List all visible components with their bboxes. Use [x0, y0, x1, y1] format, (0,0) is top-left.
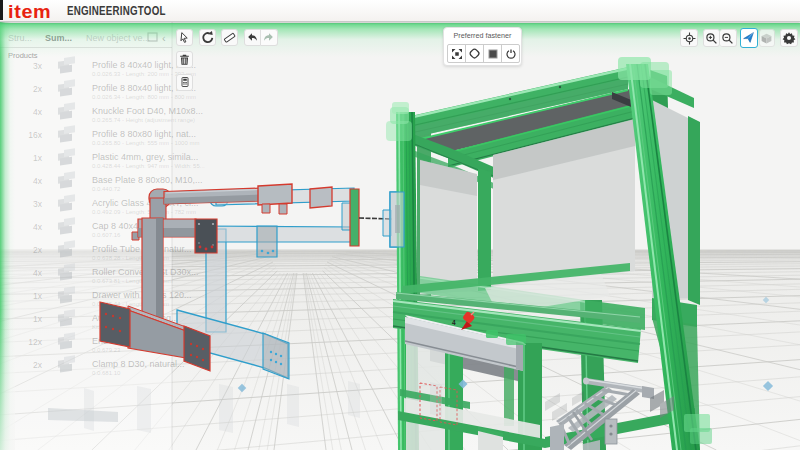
- svg-text:0.0.428.44 - Length: 947 mm -: 0.0.428.44 - Length: 947 mm - Width: 55.…: [92, 163, 205, 169]
- svg-text:1x: 1x: [33, 291, 43, 301]
- svg-text:Base Plate 8 80x80, M10,...: Base Plate 8 80x80, M10,...: [92, 175, 203, 185]
- svg-text:4x: 4x: [33, 107, 43, 117]
- svg-text:2x: 2x: [33, 360, 43, 370]
- svg-text:Profile 8 80x80 light, nat...: Profile 8 80x80 light, nat...: [92, 129, 196, 139]
- svg-text:1x: 1x: [33, 153, 43, 163]
- svg-text:Sum...: Sum...: [45, 33, 72, 43]
- svg-text:New object ve...: New object ve...: [86, 33, 150, 43]
- svg-text:‹: ‹: [162, 32, 166, 44]
- svg-text:0.0.265.80 - Length: 555 mm -: 0.0.265.80 - Length: 555 mm - 1000 mm: [92, 140, 199, 146]
- svg-text:3x: 3x: [33, 61, 43, 71]
- svg-text:Knuckle Foot D40, M10x8...: Knuckle Foot D40, M10x8...: [92, 106, 203, 116]
- svg-text:4x: 4x: [33, 176, 43, 186]
- svg-text:Stru...: Stru...: [8, 33, 32, 43]
- svg-text:4: 4: [452, 319, 456, 326]
- svg-text:2x: 2x: [33, 84, 43, 94]
- svg-text:0.0.026.34 - Length: 800 mm -: 0.0.026.34 - Length: 800 mm - 800 mm: [92, 94, 196, 100]
- svg-text:Clamp 8 D30, natural...: Clamp 8 D30, natural...: [92, 359, 185, 369]
- svg-text:Products: Products: [8, 51, 38, 60]
- svg-text:0.0.265.74 - Height (adjustmen: 0.0.265.74 - Height (adjustment range): [92, 117, 195, 123]
- svg-text:0.0.679.23: 0.0.679.23: [92, 347, 121, 353]
- svg-text:3x: 3x: [33, 199, 43, 209]
- svg-text:12x: 12x: [28, 337, 42, 347]
- svg-text:Plastic 4mm, grey, simila...: Plastic 4mm, grey, simila...: [92, 152, 198, 162]
- svg-text:0.0.440.72: 0.0.440.72: [92, 186, 121, 192]
- svg-text:0.0.681.10: 0.0.681.10: [92, 370, 121, 376]
- svg-text:16x: 16x: [28, 130, 42, 140]
- svg-text:0.0.607.16: 0.0.607.16: [92, 232, 121, 238]
- svg-text:0.0.492.09 - Length: 549 mm -: 0.0.492.09 - Length: 549 mm - 782 mm: [92, 209, 196, 215]
- svg-text:4x: 4x: [33, 268, 43, 278]
- svg-text:2x: 2x: [33, 245, 43, 255]
- svg-text:4x: 4x: [33, 222, 43, 232]
- svg-text:1x: 1x: [33, 314, 43, 324]
